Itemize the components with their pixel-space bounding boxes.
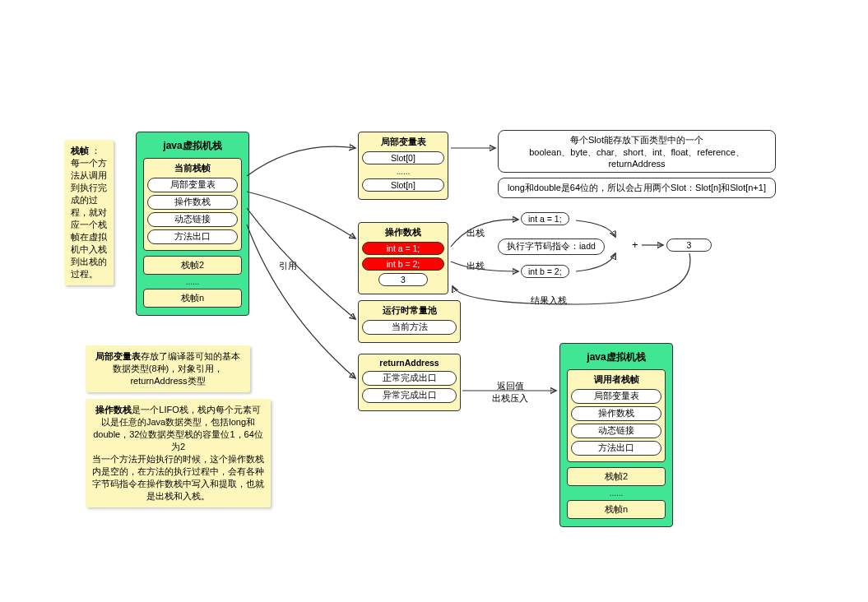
out2: 出栈 [466, 260, 485, 272]
op-a: int a = 1; [362, 242, 444, 255]
vm-stack-2-title: java虚拟机栈 [565, 350, 667, 364]
cf-operand: 操作数栈 [147, 195, 238, 210]
ref-label: 引用 [279, 260, 297, 272]
ra-exception: 异常完成出口 [362, 388, 457, 403]
local-var-box: 局部变量表 Slot[0] ...... Slot[n] [358, 132, 448, 200]
local-var-box-title: 局部变量表 [362, 136, 444, 148]
current-frame: 当前栈帧 局部变量表 操作数栈 动态链接 方法出口 [143, 158, 242, 251]
slot-long-box: long和double是64位的，所以会占用两个Slot：Slot[n]和Slo… [498, 178, 776, 198]
slotn: Slot[n] [362, 178, 444, 192]
calc-result: 3 [666, 238, 712, 252]
ra-normal: 正常完成出口 [362, 371, 457, 386]
slot0: Slot[0] [362, 151, 444, 164]
cf-exit: 方法出口 [147, 229, 238, 244]
const-pool-title: 运行时常量池 [362, 304, 457, 317]
cf2-operand: 操作数栈 [571, 406, 661, 421]
cf2-local-var: 局部变量表 [571, 389, 661, 404]
vm-stack-1-title: java虚拟机栈 [142, 139, 244, 153]
note-local-var: 局部变量表存放了编译器可知的基本数据类型(8种)，对象引用，returnAddr… [86, 345, 250, 392]
cf2-exit: 方法出口 [571, 441, 661, 456]
op-b: int b = 2; [362, 257, 444, 271]
slot-long-text: long和double是64位的，所以会占用两个Slot：Slot[n]和Slo… [508, 183, 766, 192]
note-operand: 操作数栈是一个LIFO栈，栈内每个元素可以是任意的Java数据类型，包括long… [86, 399, 271, 507]
lv-dots: ...... [362, 167, 444, 176]
plus: + [632, 238, 638, 251]
current-frame-title: 当前栈帧 [147, 162, 238, 174]
return-addr-title: returnAddress [362, 358, 457, 368]
vm1-framen: 栈帧n [143, 289, 242, 308]
calc-b: int b = 2; [521, 265, 569, 278]
vm2-framen: 栈帧n [567, 500, 666, 519]
return-addr-box: returnAddress 正常完成出口 异常完成出口 [358, 354, 461, 411]
note-frame-def: 栈帧栈帧：每一个方法从调用到执行完成的过程，就对应一个栈帧在虚拟机中入栈到出栈的… [64, 140, 114, 285]
cf-dynlink: 动态链接 [147, 212, 238, 227]
vm-stack-1: java虚拟机栈 当前栈帧 局部变量表 操作数栈 动态链接 方法出口 栈帧2 .… [136, 132, 249, 316]
ret-push-label: 返回值 出栈压入 [492, 380, 528, 405]
operand-box-title: 操作数栈 [362, 226, 444, 238]
calc-instr: 执行字节码指令：iadd [498, 238, 605, 255]
op-3: 3 [378, 273, 428, 286]
vm2-frame2: 栈帧2 [567, 467, 666, 486]
caller-frame: 调用者栈帧 局部变量表 操作数栈 动态链接 方法出口 [567, 369, 666, 462]
const-pool-box: 运行时常量池 当前方法 [358, 300, 461, 343]
vm-stack-2: java虚拟机栈 调用者栈帧 局部变量表 操作数栈 动态链接 方法出口 栈帧2 … [559, 343, 673, 527]
out1: 出栈 [466, 227, 485, 239]
vm1-frame2: 栈帧2 [143, 256, 242, 275]
calc-a: int a = 1; [521, 212, 569, 225]
operand-box: 操作数栈 int a = 1; int b = 2; 3 [358, 222, 448, 294]
const-pool-item: 当前方法 [362, 320, 457, 335]
vm1-dots: ...... [142, 277, 244, 286]
cf-local-var: 局部变量表 [147, 178, 238, 192]
caller-frame-title: 调用者栈帧 [571, 373, 661, 386]
cf2-dynlink: 动态链接 [571, 424, 661, 438]
push: 结果入栈 [531, 294, 567, 307]
vm2-dots: ...... [565, 489, 667, 498]
slot-types-text: 每个Slot能存放下面类型中的一个boolean、byte、char、short… [507, 134, 767, 169]
slot-types-box: 每个Slot能存放下面类型中的一个boolean、byte、char、short… [498, 130, 776, 173]
